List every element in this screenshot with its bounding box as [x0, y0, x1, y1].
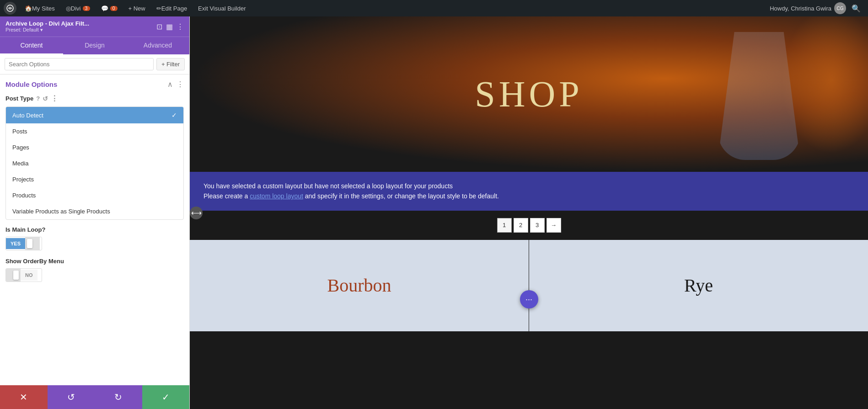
show-orderby-toggle[interactable]: NO [5, 268, 42, 282]
exit-builder-button[interactable]: Exit Visual Builder [193, 0, 251, 16]
save-icon: ✓ [162, 392, 170, 403]
field-more-icon[interactable]: ⋮ [51, 94, 58, 103]
search-input[interactable] [5, 58, 154, 70]
divi-count-badge: 3 [83, 6, 90, 11]
search-bar: + Filter [0, 54, 189, 74]
tab-advanced[interactable]: Advanced [126, 37, 189, 54]
main-layout: Archive Loop - Divi Ajax Filt... Preset:… [0, 16, 868, 409]
home-icon: 🏠 [25, 5, 32, 12]
pagination: 1 2 3 → [190, 211, 868, 240]
notice-text-2: Please create a custom loop layout and s… [204, 191, 854, 201]
preset-label[interactable]: Preset: Default ▾ [5, 27, 89, 33]
options-icon[interactable]: ⋮ [177, 80, 184, 89]
dropdown-item-auto-detect[interactable]: Auto Detect ✓ [6, 107, 183, 123]
redo-icon: ↻ [114, 392, 122, 403]
edit-page-button[interactable]: ✏ Edit Page [152, 0, 192, 16]
reset-icon[interactable]: ↺ [43, 95, 48, 102]
divi-icon: ◎ [66, 5, 71, 12]
edit-icon: ✏ [156, 5, 161, 12]
toggle-no-track[interactable] [6, 269, 21, 282]
sidebar-header: Archive Loop - Divi Ajax Filt... Preset:… [0, 16, 189, 37]
notice-text-1: You have selected a custom layout but ha… [204, 181, 854, 191]
dropdown-item-posts[interactable]: Posts [6, 123, 183, 139]
toggle-slider[interactable] [25, 237, 40, 250]
check-icon: ✓ [171, 112, 177, 119]
cancel-icon: ✕ [20, 392, 27, 403]
page-btn-1[interactable]: 1 [497, 218, 512, 233]
product-card-bourbon[interactable]: Bourbon [190, 240, 529, 331]
sidebar-bottom-bar: ✕ ↺ ↻ ✓ [0, 385, 189, 409]
grid-icon[interactable]: ▦ [166, 22, 173, 31]
sidebar-panel: Archive Loop - Divi Ajax Filt... Preset:… [0, 16, 190, 409]
ellipsis-icon[interactable]: ⋮ [177, 22, 184, 31]
section-title: Module Options [5, 80, 57, 88]
comments-menu[interactable]: 💬 0 [96, 0, 122, 16]
sidebar-tabs: Content Design Advanced [0, 37, 189, 54]
dropdown-item-media[interactable]: Media [6, 155, 183, 171]
sidebar-content: Module Options ∧ ⋮ Post Type ? ↺ ⋮ Auto … [0, 74, 189, 385]
section-controls: ∧ ⋮ [167, 80, 184, 89]
tab-design[interactable]: Design [63, 37, 126, 54]
admin-search-icon[interactable]: 🔍 [848, 4, 864, 13]
pip-icon[interactable]: ⊡ [156, 22, 162, 31]
is-main-loop-toggle[interactable]: YES [5, 237, 42, 250]
post-type-label: Post Type ? ↺ ⋮ [5, 94, 184, 103]
canvas-area: SHOP You have selected a custom layout b… [190, 16, 868, 409]
help-icon[interactable]: ? [36, 95, 40, 102]
product-card-rye[interactable]: Rye [529, 240, 868, 331]
is-main-loop-label: Is Main Loop? [5, 226, 184, 233]
hero-section: SHOP [190, 16, 868, 172]
page-btn-2[interactable]: 2 [514, 218, 528, 233]
avatar: CG [834, 2, 846, 14]
divi-menu[interactable]: ◎ Divi 3 [61, 0, 95, 16]
post-type-dropdown: Auto Detect ✓ Posts Pages Media Projects [5, 106, 184, 220]
product-name-rye: Rye [684, 275, 713, 296]
fab-icon: ··· [525, 295, 532, 304]
dropdown-item-projects[interactable]: Projects [6, 171, 183, 187]
user-menu[interactable]: Howdy, Christina Gwira CG [770, 2, 846, 14]
undo-icon: ↺ [67, 392, 75, 403]
admin-bar: 🏠 My Sites ◎ Divi 3 💬 0 + New ✏ Edit Pag… [0, 0, 868, 16]
comment-count-badge: 0 [110, 6, 118, 11]
comment-icon: 💬 [101, 5, 108, 12]
redo-button[interactable]: ↻ [95, 385, 142, 409]
module-title: Archive Loop - Divi Ajax Filt... [5, 20, 89, 27]
cancel-button[interactable]: ✕ [0, 385, 48, 409]
panel-toggle-arrow[interactable]: ⟷ [190, 207, 203, 219]
dropdown-item-pages[interactable]: Pages [6, 139, 183, 155]
save-button[interactable]: ✓ [142, 385, 190, 409]
canvas-background: SHOP You have selected a custom layout b… [190, 16, 868, 409]
custom-loop-layout-link[interactable]: custom loop layout [250, 192, 303, 200]
new-menu[interactable]: + New [124, 0, 150, 16]
collapse-icon[interactable]: ∧ [167, 80, 173, 89]
toggle-no-label[interactable]: NO [21, 270, 38, 281]
fab-button[interactable]: ··· [520, 290, 538, 308]
product-name-bourbon: Bourbon [327, 275, 391, 296]
filter-button[interactable]: + Filter [156, 58, 185, 70]
products-row: Bourbon Rye [190, 240, 868, 331]
shop-title: SHOP [475, 74, 583, 115]
header-icons: ⊡ ▦ ⋮ [156, 22, 184, 31]
show-orderby-label: Show OrderBy Menu [5, 258, 184, 265]
post-type-field: Post Type ? ↺ ⋮ Auto Detect ✓ Posts Page… [5, 94, 184, 220]
undo-button[interactable]: ↺ [48, 385, 95, 409]
section-header: Module Options ∧ ⋮ [5, 80, 184, 89]
wp-logo-icon[interactable] [4, 2, 16, 15]
show-orderby-field: Show OrderBy Menu NO [5, 258, 184, 282]
is-main-loop-field: Is Main Loop? YES [5, 226, 184, 250]
tab-content[interactable]: Content [0, 37, 63, 54]
arrow-icon: ⟷ [191, 208, 202, 217]
notice-bar: You have selected a custom layout but ha… [190, 172, 868, 211]
dropdown-item-variable-products[interactable]: Variable Products as Single Products [6, 203, 183, 219]
my-sites-menu[interactable]: 🏠 My Sites [20, 0, 59, 16]
dropdown-item-products[interactable]: Products [6, 187, 183, 203]
toggle-yes-label[interactable]: YES [6, 238, 25, 249]
page-btn-next[interactable]: → [547, 218, 561, 233]
page-btn-3[interactable]: 3 [530, 218, 545, 233]
